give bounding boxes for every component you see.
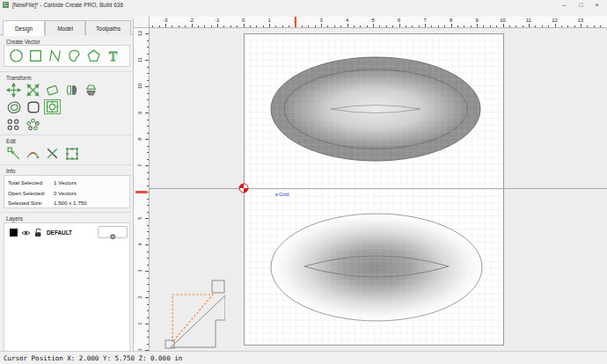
info-label: Total Selected:: [8, 179, 54, 186]
layer-name: DEFAULT: [47, 229, 72, 236]
minimize-button[interactable]: –: [557, 0, 572, 10]
info-row: Open Selected:0 Vectors: [8, 190, 129, 196]
tool-boolean[interactable]: [63, 146, 80, 161]
layer-row[interactable]: DEFAULT ⚙: [6, 226, 128, 240]
ruler-x-label: -1: [210, 18, 224, 23]
tool-fillet[interactable]: [25, 99, 41, 114]
edit-title: Edit: [6, 138, 16, 144]
tool-circle[interactable]: [8, 48, 25, 63]
ruler-x-tick: [548, 25, 549, 27]
ruler-x-tick: [496, 25, 497, 27]
layers-title: Layers: [6, 215, 23, 222]
tool-move[interactable]: [5, 83, 22, 98]
boolean-icon: [64, 146, 80, 162]
ruler-x-tick: [250, 25, 251, 27]
polyline-icon: [48, 48, 62, 63]
ruler-y-tick: [147, 304, 149, 305]
ruler-y-tick: [147, 120, 149, 120]
close-button[interactable]: ×: [589, 0, 604, 10]
ruler-y-tick: [147, 284, 149, 285]
selected-triangle-vector[interactable]: [172, 295, 213, 342]
tool-text[interactable]: T: [105, 48, 121, 63]
tool-offset[interactable]: [5, 99, 22, 114]
ruler-y-tick: [145, 218, 149, 219]
ruler-horizontal: -3-2-1012345678910111213: [150, 17, 607, 28]
ruler-x-tick: [471, 25, 472, 27]
ruler-y-tick: [147, 178, 149, 179]
layer-settings-button[interactable]: ⚙: [98, 226, 128, 238]
ruler-x-tick: [529, 24, 530, 27]
tool-trim[interactable]: [44, 146, 61, 161]
ruler-x-label: 3: [314, 18, 328, 23]
ruler-x-tick: [412, 25, 413, 27]
ruler-y-tick: [147, 126, 149, 127]
window-title: [NewFile]* - Carbide Create PRO, Build 6…: [12, 2, 123, 8]
ruler-x-tick: [302, 25, 303, 27]
tool-mirror[interactable]: [63, 83, 80, 98]
grid-point-label[interactable]: Grid: [275, 192, 289, 197]
offstock-vectors[interactable]: [157, 278, 225, 351]
left-panel: DesignModelToolpaths Create Vector T Tra…: [0, 18, 134, 351]
layer-color-swatch[interactable]: [10, 229, 18, 237]
tool-polygon[interactable]: [85, 48, 102, 63]
tool-edit-curve[interactable]: [25, 146, 41, 161]
linear-array-icon: [6, 118, 21, 131]
ruler-x-tick: [574, 25, 575, 27]
ruler-x-tick: [457, 25, 458, 27]
tool-rotate[interactable]: [44, 83, 61, 98]
ruler-y-label: 0: [137, 345, 143, 351]
rectangle-icon: [28, 48, 43, 63]
tool-polyline[interactable]: [47, 48, 63, 63]
ruler-x-tick: [179, 25, 179, 27]
ruler-x-tick: [516, 25, 516, 27]
ruler-y-tick: [145, 86, 149, 87]
work-area: [244, 33, 504, 346]
maximize-button[interactable]: □: [574, 0, 589, 10]
tool-align[interactable]: [44, 99, 61, 114]
ruler-x-tick: [327, 25, 328, 27]
ruler-x-tick: [360, 25, 361, 27]
ruler-x-tick: [425, 24, 426, 27]
tab-model[interactable]: Model: [45, 20, 85, 35]
tab-toolpaths[interactable]: Toolpaths: [85, 20, 131, 35]
ruler-x-tick: [379, 25, 380, 27]
ruler-x-label: 8: [444, 18, 458, 23]
tool-node-select[interactable]: [5, 146, 22, 161]
tool-curve[interactable]: [66, 48, 83, 63]
ruler-y-label: 3: [137, 266, 143, 276]
ruler-x-tick: [340, 25, 341, 27]
layer-visibility-eye-icon[interactable]: [21, 229, 31, 237]
tab-design[interactable]: Design: [3, 20, 45, 36]
tool-linear-array[interactable]: [5, 117, 22, 132]
info-row: Selected Size:1.500 x 1.750: [8, 200, 129, 206]
ruler-y-tick: [147, 199, 149, 200]
tool-flip[interactable]: [83, 83, 99, 98]
tool-scale[interactable]: [25, 83, 41, 98]
align-icon: [45, 99, 60, 114]
stair-part-outline[interactable]: [171, 295, 225, 347]
layer-unlock-icon[interactable]: [33, 228, 42, 237]
ruler-x-tick: [237, 25, 238, 27]
small-square-top[interactable]: [212, 280, 224, 293]
ruler-x-label: 13: [574, 18, 588, 23]
ruler-x-label: 5: [366, 18, 380, 23]
ruler-x-tick: [419, 25, 420, 27]
ruler-y-tick: [147, 205, 149, 206]
ruler-x-tick: [587, 25, 588, 27]
menu-bar: FileEditLibraryViewHelp: [0, 10, 134, 18]
ruler-y-tick: [145, 244, 149, 245]
tool-circular-array[interactable]: [25, 117, 41, 132]
ruler-x-tick: [289, 25, 289, 27]
trim-icon: [45, 146, 60, 161]
canvas-viewport[interactable]: Grid: [150, 28, 607, 351]
status-bar: Cursor Position X: 2.000 Y: 5.750 Z: 0.0…: [0, 351, 607, 364]
ruler-x-tick: [308, 25, 309, 27]
ruler-y-tick: [145, 33, 149, 34]
edit-curve-icon: [26, 146, 40, 161]
ruler-x-label: 12: [548, 18, 562, 23]
info-value: 1.500 x 1.750: [54, 200, 87, 206]
ruler-y-tick: [147, 93, 149, 94]
ruler-x-tick: [373, 24, 374, 27]
tool-rectangle[interactable]: [27, 48, 44, 63]
node-select-icon: [6, 146, 21, 161]
